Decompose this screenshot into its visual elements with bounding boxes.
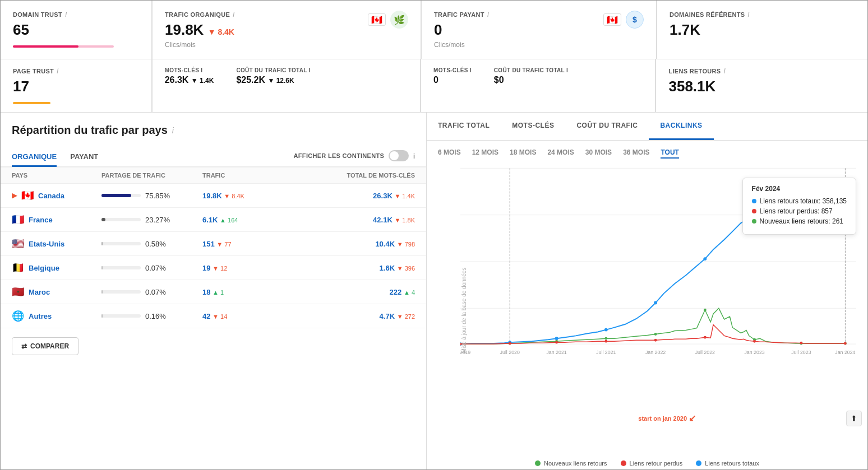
rank-icon-0: ▶ [12, 192, 17, 199]
cell-country-1[interactable]: 🇫🇷 France [12, 213, 101, 226]
tooltip-dot-green [752, 219, 756, 224]
legend-item-red: Liens retour perdus [621, 460, 683, 467]
chart-tab-backlinks[interactable]: BACKLINKS [649, 113, 713, 140]
cell-trafic-3: 19 ▼ 12 [202, 264, 281, 272]
time-24mois[interactable]: 24 MOIS [547, 148, 574, 159]
partage-bar-bg-3 [101, 266, 141, 269]
main-area: Répartition du trafic par pays i ORGANIQ… [1, 113, 867, 469]
svg-point-41 [555, 341, 558, 344]
cout-organic-value: $25.2K ▼ 12.6K [236, 75, 310, 85]
time-30mois[interactable]: 30 MOIS [585, 148, 612, 159]
chart-tab-mots-cles[interactable]: MOTS-CLÉS [501, 113, 565, 140]
table-row[interactable]: 🇫🇷 France 23.27% 6.1K ▲ 164 42.1K ▼ 1.8K [1, 208, 426, 232]
time-18mois[interactable]: 18 MOIS [510, 148, 536, 159]
cell-partage-0: 75.85% [101, 192, 202, 200]
cell-country-4[interactable]: 🇲🇦 Maroc [12, 286, 101, 298]
table-row[interactable]: 🇲🇦 Maroc 0.07% 18 ▲ 1 222 ▲ 4 [1, 280, 426, 304]
partage-bar-bg-2 [101, 242, 141, 245]
time-36mois[interactable]: 36 MOIS [623, 148, 649, 159]
trafic-organique-info-icon[interactable]: i [233, 11, 235, 18]
mots-cles-organic-value: 26.3K ▼ 1.4K [165, 75, 214, 85]
tab-organique[interactable]: ORGANIQUE [12, 148, 57, 167]
legend-dot-green [535, 460, 541, 466]
cell-country-3[interactable]: 🇧🇪 Belgique [12, 262, 101, 274]
svg-text:Juil 2021: Juil 2021 [596, 350, 616, 355]
section-info-icon[interactable]: i [172, 126, 174, 135]
time-6mois[interactable]: 6 MOIS [438, 148, 461, 159]
download-chart-button[interactable]: ⬆ [846, 411, 862, 426]
cell-country-5[interactable]: 🌐 Autres [12, 310, 101, 322]
cell-partage-4: 0.07% [101, 288, 202, 296]
partage-bar-fill-0 [101, 194, 131, 197]
page-trust-card: PAGE TRUST i 17 [1, 59, 152, 112]
partage-bar-fill-3 [101, 266, 103, 269]
toggle-knob [390, 151, 399, 160]
compare-arrow-icon: ⇄ [21, 342, 27, 350]
compare-button[interactable]: ⇄ COMPARER [12, 337, 79, 355]
flag-2: 🇺🇸 [12, 238, 24, 250]
tooltip-item-blue: Liens retours totaux: 358,135 [752, 197, 847, 205]
section-title: Répartition du trafic par pays i [1, 124, 426, 148]
table-row[interactable]: 🇧🇪 Belgique 0.07% 19 ▼ 12 1.6K ▼ 396 [1, 256, 426, 280]
metrics-top-row: DOMAIN TRUST i 65 TRAFIC ORGANIQUE i 19.… [1, 1, 867, 59]
cell-mots-2: 10.4K ▼ 798 [281, 240, 415, 248]
country-icons: 🇨🇦 🌿 [368, 11, 408, 29]
time-12mois[interactable]: 12 MOIS [472, 148, 498, 159]
metrics-bottom-row: PAGE TRUST i 17 MOTS-CLÉS i 26.3K ▼ 1.4K [1, 59, 867, 113]
mots-cles-organic-info-icon[interactable]: i [201, 67, 202, 73]
domain-trust-bar [13, 45, 114, 48]
svg-text:Juil 2022: Juil 2022 [695, 350, 715, 355]
cell-country-0[interactable]: ▶ 🇨🇦 Canada [12, 189, 101, 202]
table-row[interactable]: 🇺🇸 Etats-Unis 0.58% 151 ▼ 77 10.4K ▼ 798 [1, 232, 426, 256]
chart-tab-trafic-total[interactable]: TRAFIC TOTAL [427, 113, 501, 140]
cout-payant-info-icon[interactable]: i [566, 67, 568, 73]
page-trust-info-icon[interactable]: i [57, 67, 59, 75]
domaines-referents-info-icon[interactable]: i [747, 11, 750, 18]
trafic-payant-info-icon[interactable]: i [487, 11, 490, 18]
dollar-icon[interactable]: $ [626, 11, 644, 29]
table-row[interactable]: ▶ 🇨🇦 Canada 75.85% 19.8K ▼ 8.4K 26.3K ▼ … [1, 184, 426, 208]
chart-tabs-bar: TRAFIC TOTAL MOTS-CLÉS COÛT DU TRAFIC BA… [427, 113, 867, 141]
toggle-info-icon[interactable]: i [413, 152, 415, 160]
cell-country-2[interactable]: 🇺🇸 Etats-Unis [12, 238, 101, 250]
payant-bottom-card: MOTS-CLÉS i 0 COÛT DU TRAFIC TOTAL i $0 [421, 59, 655, 112]
table-row[interactable]: 🌐 Autres 0.16% 42 ▼ 14 4.7K ▼ 272 [1, 304, 426, 328]
liens-retours-info-icon[interactable]: i [723, 67, 726, 75]
domaines-referents-value: 1.7K [670, 21, 856, 39]
svg-point-24 [604, 328, 608, 332]
svg-text:Jan 2024: Jan 2024 [835, 350, 855, 355]
cell-partage-2: 0.58% [101, 240, 202, 248]
svg-text:Juil 2020: Juil 2020 [500, 350, 520, 355]
canada-flag-icon[interactable]: 🇨🇦 [368, 13, 386, 26]
cout-organic: COÛT DU TRAFIC TOTAL i $25.2K ▼ 12.6K [236, 67, 310, 85]
tab-payant[interactable]: PAYANT [70, 148, 98, 167]
eco-icon[interactable]: 🌿 [390, 11, 408, 29]
partage-val-4: 0.07% [145, 288, 166, 296]
continent-toggle[interactable] [389, 150, 409, 161]
country-name-4[interactable]: Maroc [29, 288, 50, 296]
chart-tab-cout[interactable]: COÛT DU TRAFIC [565, 113, 649, 140]
country-name-3[interactable]: Belgique [29, 264, 59, 272]
y-axis-label: Mise à jour de la base de données [461, 268, 467, 353]
country-name-0[interactable]: Canada [38, 192, 64, 200]
payant-canada-flag-icon[interactable]: 🇨🇦 [603, 13, 621, 26]
domain-trust-info-icon[interactable]: i [65, 11, 67, 18]
country-name-5[interactable]: Autres [29, 312, 52, 320]
tooltip-item-green: Nouveaux liens retours: 261 [752, 217, 847, 225]
payant-country-icons: 🇨🇦 $ [603, 11, 644, 29]
country-name-1[interactable]: France [29, 216, 53, 224]
domain-trust-label: DOMAIN TRUST i [13, 11, 139, 18]
cout-organic-info-icon[interactable]: i [309, 67, 311, 73]
time-tout[interactable]: TOUT [661, 148, 678, 159]
trafic-organique-sub: Clics/mois [165, 41, 235, 49]
trafic-payant-sub: Clics/mois [434, 41, 489, 49]
svg-point-47 [844, 342, 847, 345]
liens-retours-card: LIENS RETOURS i 358.1K [655, 59, 867, 112]
partage-val-3: 0.07% [145, 264, 166, 272]
page-trust-bar [13, 102, 50, 104]
country-name-2[interactable]: Etats-Unis [29, 240, 64, 248]
legend-dot-blue [696, 460, 701, 466]
liens-retours-label: LIENS RETOURS i [668, 67, 855, 75]
mots-cles-payant-info-icon[interactable]: i [470, 67, 472, 73]
partage-val-2: 0.58% [145, 240, 166, 248]
